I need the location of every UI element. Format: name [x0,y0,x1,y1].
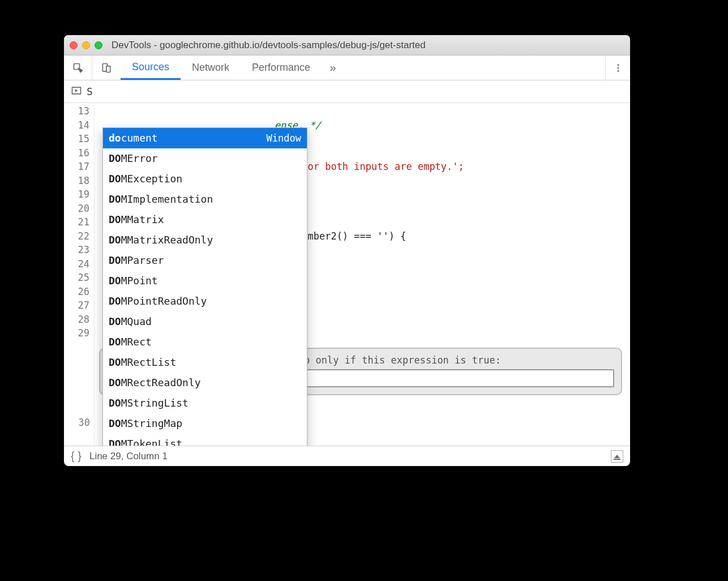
statusbar: { } Line 29, Column 1 [64,446,630,466]
svg-rect-7 [614,459,620,460]
devtools-tabbar: Sources Network Performance » [64,55,630,80]
close-window-button[interactable] [70,41,78,49]
autocomplete-item[interactable]: DOMPointReadOnly [103,291,307,311]
autocomplete-item[interactable]: DOMStringList [103,393,307,413]
devtools-window: DevTools - googlechrome.github.io/devtoo… [64,35,630,466]
inspect-element-button[interactable] [64,55,92,80]
cursor-position-label: Line 29, Column 1 [89,451,168,462]
autocomplete-item[interactable]: DOMRect [103,332,307,352]
toggle-drawer-button[interactable] [611,450,623,463]
autocomplete-item[interactable]: DOMMatrixReadOnly [103,230,307,250]
autocomplete-item[interactable]: DOMParser [103,250,307,271]
zoom-window-button[interactable] [95,41,102,49]
titlebar: DevTools - googlechrome.github.io/devtoo… [64,35,630,55]
panel-tabs: Sources Network Performance » [121,55,605,80]
open-file-label: S [87,86,93,97]
autocomplete-item[interactable]: DOMRectReadOnly [103,373,307,393]
svg-point-5 [617,70,619,71]
autocomplete-item[interactable]: DOMException [103,169,307,189]
tab-sources[interactable]: Sources [121,55,181,80]
svg-rect-2 [106,66,110,72]
tab-network[interactable]: Network [181,55,241,80]
autocomplete-item[interactable]: DOMPoint [103,271,307,291]
line-number-30[interactable]: 30 [64,416,95,429]
autocomplete-item[interactable]: DOMRectList [103,352,307,373]
sources-toolbar: S [64,80,630,103]
autocomplete-item[interactable]: DOMQuad [103,311,307,332]
settings-menu-button[interactable] [605,55,630,80]
tab-performance[interactable]: Performance [241,55,322,80]
format-code-button[interactable]: { } [71,450,82,463]
minimize-window-button[interactable] [82,41,90,49]
autocomplete-popup[interactable]: documentWindowDOMErrorDOMExceptionDOMImp… [102,127,307,446]
autocomplete-item[interactable]: DOMTokenList [103,434,307,446]
code-editor[interactable]: 13 14 15 16 17 18 19 20 21 22 23 24 25 2… [64,103,630,446]
window-title: DevTools - googlechrome.github.io/devtoo… [112,40,426,51]
autocomplete-item[interactable]: DOMImplementation [103,189,307,210]
tabs-overflow-button[interactable]: » [322,55,344,80]
autocomplete-item[interactable]: DOMMatrix [103,210,307,230]
svg-point-3 [617,64,619,66]
toggle-navigator-button[interactable] [71,85,82,99]
window-traffic-lights [70,41,102,49]
svg-point-4 [617,67,619,69]
autocomplete-hint: Window [267,130,301,146]
autocomplete-item[interactable]: documentWindow [103,128,307,148]
autocomplete-item[interactable]: DOMError [103,148,307,169]
autocomplete-item[interactable]: DOMStringMap [103,413,307,434]
toggle-device-toolbar-button[interactable] [92,55,121,80]
line-number-gutter[interactable]: 13 14 15 16 17 18 19 20 21 22 23 24 25 2… [64,103,95,446]
